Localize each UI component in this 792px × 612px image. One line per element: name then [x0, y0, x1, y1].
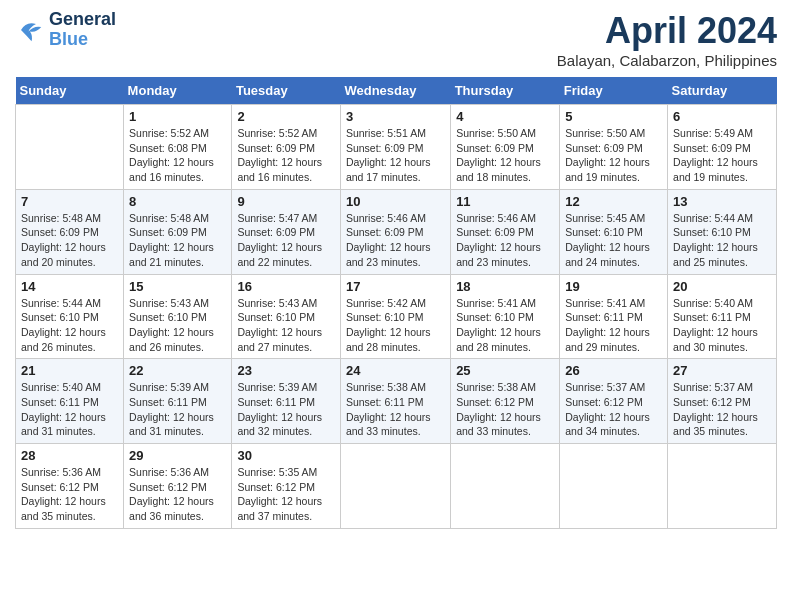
calendar-week-row: 28Sunrise: 5:36 AM Sunset: 6:12 PM Dayli… [16, 444, 777, 529]
day-number: 5 [565, 109, 662, 124]
day-info: Sunrise: 5:41 AM Sunset: 6:10 PM Dayligh… [456, 296, 554, 355]
day-number: 6 [673, 109, 771, 124]
calendar-week-row: 1Sunrise: 5:52 AM Sunset: 6:08 PM Daylig… [16, 105, 777, 190]
calendar-cell: 7Sunrise: 5:48 AM Sunset: 6:09 PM Daylig… [16, 189, 124, 274]
calendar-cell: 27Sunrise: 5:37 AM Sunset: 6:12 PM Dayli… [668, 359, 777, 444]
calendar-cell: 21Sunrise: 5:40 AM Sunset: 6:11 PM Dayli… [16, 359, 124, 444]
calendar-cell: 30Sunrise: 5:35 AM Sunset: 6:12 PM Dayli… [232, 444, 341, 529]
day-info: Sunrise: 5:40 AM Sunset: 6:11 PM Dayligh… [673, 296, 771, 355]
page-header: General Blue April 2024 Balayan, Calabar… [15, 10, 777, 69]
day-number: 16 [237, 279, 335, 294]
calendar-cell: 3Sunrise: 5:51 AM Sunset: 6:09 PM Daylig… [340, 105, 450, 190]
logo: General Blue [15, 10, 116, 50]
location-label: Balayan, Calabarzon, Philippines [557, 52, 777, 69]
calendar-cell: 13Sunrise: 5:44 AM Sunset: 6:10 PM Dayli… [668, 189, 777, 274]
calendar-cell: 24Sunrise: 5:38 AM Sunset: 6:11 PM Dayli… [340, 359, 450, 444]
day-number: 15 [129, 279, 226, 294]
day-number: 20 [673, 279, 771, 294]
day-info: Sunrise: 5:39 AM Sunset: 6:11 PM Dayligh… [129, 380, 226, 439]
day-number: 24 [346, 363, 445, 378]
calendar-cell: 29Sunrise: 5:36 AM Sunset: 6:12 PM Dayli… [124, 444, 232, 529]
day-number: 26 [565, 363, 662, 378]
month-title: April 2024 [557, 10, 777, 52]
calendar-cell: 19Sunrise: 5:41 AM Sunset: 6:11 PM Dayli… [560, 274, 668, 359]
calendar-cell: 14Sunrise: 5:44 AM Sunset: 6:10 PM Dayli… [16, 274, 124, 359]
day-number: 13 [673, 194, 771, 209]
calendar-cell: 25Sunrise: 5:38 AM Sunset: 6:12 PM Dayli… [451, 359, 560, 444]
calendar-cell [451, 444, 560, 529]
day-info: Sunrise: 5:49 AM Sunset: 6:09 PM Dayligh… [673, 126, 771, 185]
calendar-week-row: 21Sunrise: 5:40 AM Sunset: 6:11 PM Dayli… [16, 359, 777, 444]
day-info: Sunrise: 5:41 AM Sunset: 6:11 PM Dayligh… [565, 296, 662, 355]
day-info: Sunrise: 5:50 AM Sunset: 6:09 PM Dayligh… [565, 126, 662, 185]
calendar-cell: 4Sunrise: 5:50 AM Sunset: 6:09 PM Daylig… [451, 105, 560, 190]
day-number: 28 [21, 448, 118, 463]
calendar-cell [560, 444, 668, 529]
weekday-header-saturday: Saturday [668, 77, 777, 105]
day-info: Sunrise: 5:36 AM Sunset: 6:12 PM Dayligh… [21, 465, 118, 524]
day-info: Sunrise: 5:52 AM Sunset: 6:08 PM Dayligh… [129, 126, 226, 185]
calendar-cell [16, 105, 124, 190]
day-number: 9 [237, 194, 335, 209]
logo-line1: General [49, 10, 116, 30]
calendar-cell: 2Sunrise: 5:52 AM Sunset: 6:09 PM Daylig… [232, 105, 341, 190]
calendar-cell: 11Sunrise: 5:46 AM Sunset: 6:09 PM Dayli… [451, 189, 560, 274]
day-number: 7 [21, 194, 118, 209]
day-number: 18 [456, 279, 554, 294]
day-info: Sunrise: 5:51 AM Sunset: 6:09 PM Dayligh… [346, 126, 445, 185]
day-info: Sunrise: 5:40 AM Sunset: 6:11 PM Dayligh… [21, 380, 118, 439]
day-number: 19 [565, 279, 662, 294]
calendar-table: SundayMondayTuesdayWednesdayThursdayFrid… [15, 77, 777, 529]
day-info: Sunrise: 5:44 AM Sunset: 6:10 PM Dayligh… [673, 211, 771, 270]
day-info: Sunrise: 5:43 AM Sunset: 6:10 PM Dayligh… [237, 296, 335, 355]
calendar-cell [668, 444, 777, 529]
logo-icon [15, 15, 45, 45]
calendar-cell: 28Sunrise: 5:36 AM Sunset: 6:12 PM Dayli… [16, 444, 124, 529]
day-info: Sunrise: 5:44 AM Sunset: 6:10 PM Dayligh… [21, 296, 118, 355]
calendar-cell [340, 444, 450, 529]
day-number: 14 [21, 279, 118, 294]
day-info: Sunrise: 5:52 AM Sunset: 6:09 PM Dayligh… [237, 126, 335, 185]
calendar-cell: 8Sunrise: 5:48 AM Sunset: 6:09 PM Daylig… [124, 189, 232, 274]
day-number: 8 [129, 194, 226, 209]
calendar-cell: 18Sunrise: 5:41 AM Sunset: 6:10 PM Dayli… [451, 274, 560, 359]
day-number: 3 [346, 109, 445, 124]
day-number: 22 [129, 363, 226, 378]
calendar-cell: 16Sunrise: 5:43 AM Sunset: 6:10 PM Dayli… [232, 274, 341, 359]
calendar-week-row: 7Sunrise: 5:48 AM Sunset: 6:09 PM Daylig… [16, 189, 777, 274]
day-info: Sunrise: 5:48 AM Sunset: 6:09 PM Dayligh… [129, 211, 226, 270]
day-info: Sunrise: 5:39 AM Sunset: 6:11 PM Dayligh… [237, 380, 335, 439]
day-number: 29 [129, 448, 226, 463]
calendar-cell: 15Sunrise: 5:43 AM Sunset: 6:10 PM Dayli… [124, 274, 232, 359]
day-info: Sunrise: 5:35 AM Sunset: 6:12 PM Dayligh… [237, 465, 335, 524]
day-info: Sunrise: 5:48 AM Sunset: 6:09 PM Dayligh… [21, 211, 118, 270]
calendar-cell: 26Sunrise: 5:37 AM Sunset: 6:12 PM Dayli… [560, 359, 668, 444]
day-number: 30 [237, 448, 335, 463]
weekday-header-monday: Monday [124, 77, 232, 105]
day-number: 12 [565, 194, 662, 209]
day-number: 25 [456, 363, 554, 378]
calendar-cell: 17Sunrise: 5:42 AM Sunset: 6:10 PM Dayli… [340, 274, 450, 359]
day-info: Sunrise: 5:38 AM Sunset: 6:11 PM Dayligh… [346, 380, 445, 439]
weekday-header-sunday: Sunday [16, 77, 124, 105]
weekday-header-tuesday: Tuesday [232, 77, 341, 105]
day-number: 27 [673, 363, 771, 378]
day-number: 17 [346, 279, 445, 294]
weekday-header-wednesday: Wednesday [340, 77, 450, 105]
calendar-cell: 23Sunrise: 5:39 AM Sunset: 6:11 PM Dayli… [232, 359, 341, 444]
weekday-header-thursday: Thursday [451, 77, 560, 105]
title-block: April 2024 Balayan, Calabarzon, Philippi… [557, 10, 777, 69]
weekday-header-friday: Friday [560, 77, 668, 105]
calendar-cell: 10Sunrise: 5:46 AM Sunset: 6:09 PM Dayli… [340, 189, 450, 274]
day-info: Sunrise: 5:37 AM Sunset: 6:12 PM Dayligh… [673, 380, 771, 439]
day-info: Sunrise: 5:46 AM Sunset: 6:09 PM Dayligh… [456, 211, 554, 270]
calendar-cell: 5Sunrise: 5:50 AM Sunset: 6:09 PM Daylig… [560, 105, 668, 190]
calendar-week-row: 14Sunrise: 5:44 AM Sunset: 6:10 PM Dayli… [16, 274, 777, 359]
calendar-cell: 12Sunrise: 5:45 AM Sunset: 6:10 PM Dayli… [560, 189, 668, 274]
day-number: 2 [237, 109, 335, 124]
day-number: 21 [21, 363, 118, 378]
calendar-cell: 22Sunrise: 5:39 AM Sunset: 6:11 PM Dayli… [124, 359, 232, 444]
day-info: Sunrise: 5:47 AM Sunset: 6:09 PM Dayligh… [237, 211, 335, 270]
day-number: 10 [346, 194, 445, 209]
calendar-cell: 20Sunrise: 5:40 AM Sunset: 6:11 PM Dayli… [668, 274, 777, 359]
